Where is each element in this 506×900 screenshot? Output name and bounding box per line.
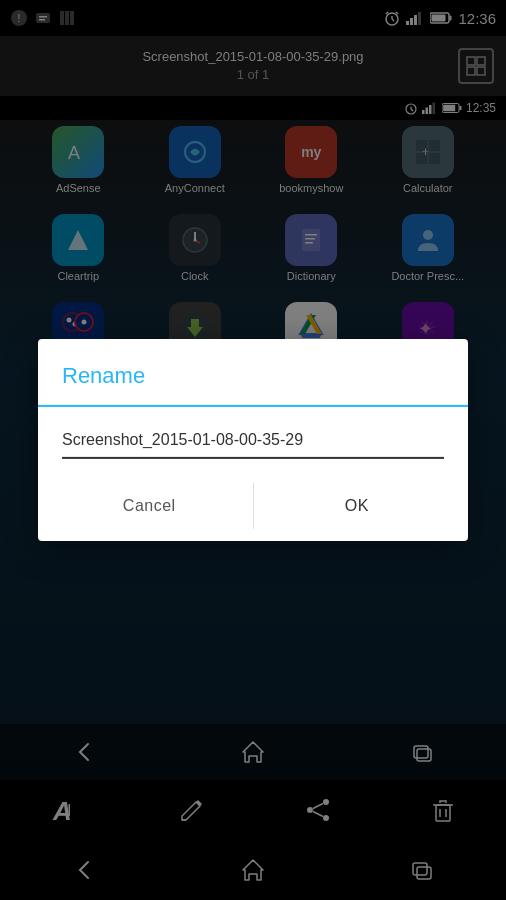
dialog-footer: Cancel OK bbox=[38, 471, 468, 541]
dialog-header: Rename bbox=[38, 339, 468, 407]
dialog-title: Rename bbox=[62, 363, 145, 388]
dialog-body bbox=[38, 407, 468, 471]
cancel-button[interactable]: Cancel bbox=[46, 483, 253, 529]
ok-button[interactable]: OK bbox=[254, 483, 461, 529]
rename-input-container bbox=[62, 427, 444, 459]
rename-dialog: Rename Cancel OK bbox=[38, 339, 468, 541]
rename-input[interactable] bbox=[62, 427, 444, 459]
